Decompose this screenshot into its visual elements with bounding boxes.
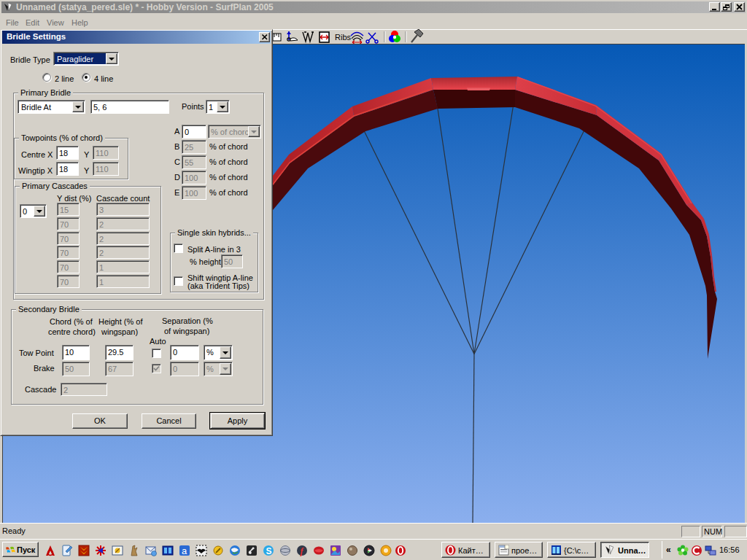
- svg-text:S: S: [266, 546, 272, 556]
- svg-text:Ribs: Ribs: [335, 33, 352, 42]
- svg-text:a: a: [182, 545, 187, 556]
